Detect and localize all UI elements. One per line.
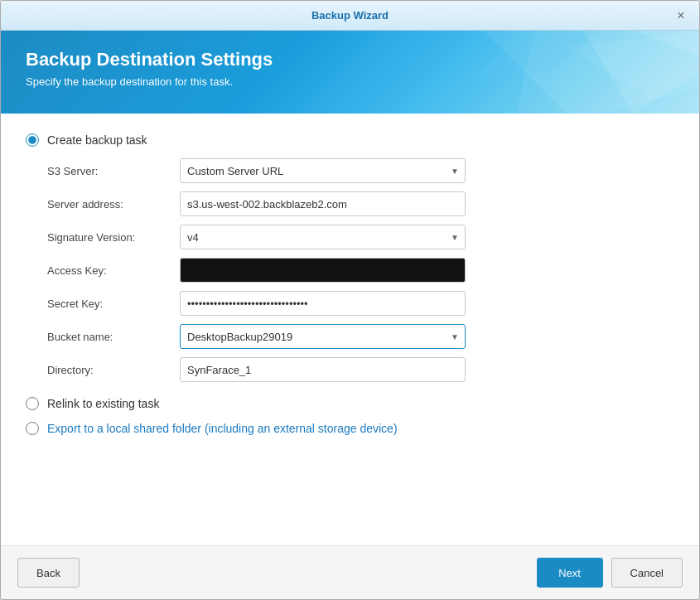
content-area: Create backup task S3 Server: Custom Ser… [1, 114, 699, 545]
s3-server-row: S3 Server: Custom Server URL Amazon S3 B… [47, 158, 674, 183]
secret-key-label: Secret Key: [47, 298, 180, 310]
relink-radio-option[interactable]: Relink to existing task [26, 397, 674, 410]
s3-server-select-wrapper[interactable]: Custom Server URL Amazon S3 Backblaze B2… [180, 158, 466, 183]
signature-version-control: v2 v4 ▼ [180, 225, 466, 249]
relink-radio[interactable] [26, 397, 39, 410]
export-radio-option[interactable]: Export to a local shared folder (includi… [26, 422, 674, 435]
directory-label: Directory: [47, 364, 180, 376]
server-address-row: Server address: [47, 191, 674, 216]
back-button[interactable]: Back [17, 558, 80, 588]
server-address-control [180, 191, 466, 216]
export-label[interactable]: Export to a local shared folder (includi… [47, 422, 398, 435]
server-address-input[interactable] [180, 191, 466, 216]
bucket-name-label: Bucket name: [47, 331, 180, 343]
export-radio[interactable] [26, 422, 39, 435]
cancel-button[interactable]: Cancel [611, 558, 683, 588]
secret-key-control [180, 291, 466, 316]
title-bar: Backup Wizard × [1, 1, 699, 31]
s3-server-control: Custom Server URL Amazon S3 Backblaze B2… [180, 158, 466, 183]
backup-wizard-dialog: Backup Wizard × Backup Destination Setti… [0, 0, 700, 600]
next-button[interactable]: Next [537, 558, 603, 588]
access-key-row: Access Key: [47, 258, 674, 283]
dialog-title: Backup Wizard [311, 9, 389, 22]
form-fields: S3 Server: Custom Server URL Amazon S3 B… [47, 158, 674, 382]
relink-label[interactable]: Relink to existing task [47, 397, 159, 410]
create-backup-radio[interactable] [26, 133, 39, 147]
svg-marker-2 [583, 31, 699, 114]
header-banner: Backup Destination Settings Specify the … [1, 31, 699, 114]
decorative-shapes [401, 31, 699, 114]
page-subtitle: Specify the backup destination for this … [26, 75, 674, 88]
bucket-name-select-wrapper[interactable]: DesktopBackup29019 ▼ [180, 324, 466, 349]
svg-marker-1 [517, 31, 699, 114]
bucket-name-select[interactable]: DesktopBackup29019 [180, 324, 466, 349]
access-key-masked[interactable] [180, 258, 466, 283]
signature-version-select-wrapper[interactable]: v2 v4 ▼ [180, 225, 466, 249]
page-title: Backup Destination Settings [26, 49, 674, 70]
footer: Back Next Cancel [1, 545, 699, 599]
bucket-name-control: DesktopBackup29019 ▼ [180, 324, 466, 349]
directory-input[interactable] [180, 357, 466, 382]
s3-server-select[interactable]: Custom Server URL Amazon S3 Backblaze B2 [180, 158, 466, 183]
create-backup-label[interactable]: Create backup task [47, 133, 147, 147]
close-button[interactable]: × [673, 7, 689, 24]
signature-version-row: Signature Version: v2 v4 ▼ [47, 225, 674, 249]
svg-marker-0 [484, 31, 699, 114]
create-backup-radio-option[interactable]: Create backup task [26, 133, 674, 147]
signature-version-select[interactable]: v2 v4 [180, 225, 466, 249]
secret-key-row: Secret Key: [47, 291, 674, 316]
server-address-label: Server address: [47, 198, 180, 210]
bucket-name-row: Bucket name: DesktopBackup29019 ▼ [47, 324, 674, 349]
s3-server-label: S3 Server: [47, 165, 180, 177]
secret-key-input[interactable] [180, 291, 466, 316]
signature-version-label: Signature Version: [47, 231, 180, 244]
access-key-control [180, 258, 466, 283]
footer-right: Next Cancel [537, 558, 683, 588]
directory-row: Directory: [47, 357, 674, 382]
access-key-label: Access Key: [47, 264, 180, 277]
directory-control [180, 357, 466, 382]
